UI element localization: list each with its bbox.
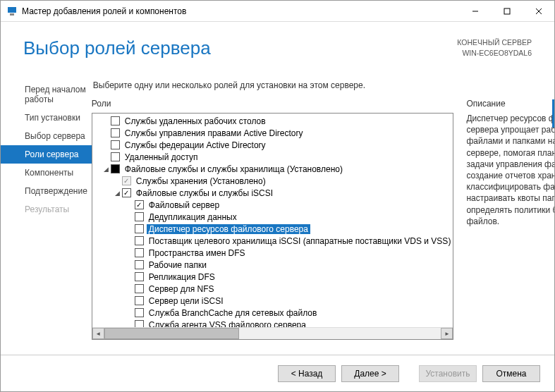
checkbox[interactable] bbox=[135, 260, 144, 269]
tree-node-label: Дедупликация данных bbox=[147, 212, 239, 222]
svg-rect-0 bbox=[8, 7, 16, 13]
tree-node[interactable]: Поставщик целевого хранилища iSCSI (аппа… bbox=[92, 235, 453, 247]
tree-node-label: Файловые службы и службы хранилища (Уста… bbox=[123, 164, 345, 174]
tree-node[interactable]: Дедупликация данных bbox=[92, 211, 453, 223]
nav-step-5[interactable]: Подтверждение bbox=[1, 182, 92, 200]
checkbox[interactable] bbox=[135, 320, 144, 327]
tree-node[interactable]: Файловый сервер bbox=[92, 199, 453, 211]
nav-step-6: Результаты bbox=[1, 200, 92, 219]
dest-name: WIN-EC6EO8YDAL6 bbox=[457, 48, 532, 59]
checkbox[interactable] bbox=[135, 272, 144, 281]
tree-node[interactable]: Репликация DFS bbox=[92, 271, 453, 283]
tree-node-label: Пространства имен DFS bbox=[147, 248, 248, 258]
app-icon bbox=[6, 6, 18, 17]
collapse-icon[interactable]: ◢ bbox=[102, 166, 111, 173]
tree-node[interactable]: ◢Файловые службы и службы iSCSI bbox=[92, 187, 453, 199]
tree-node-label: Рабочие папки bbox=[147, 260, 209, 270]
checkbox[interactable] bbox=[122, 188, 131, 197]
tree-node-label: Поставщик целевого хранилища iSCSI (аппа… bbox=[147, 236, 453, 246]
tree-node-label: Файловый сервер bbox=[147, 200, 221, 210]
checkbox[interactable] bbox=[135, 296, 144, 305]
tree-node-label: Службы федерации Active Directory bbox=[123, 140, 268, 150]
right-accent-bar bbox=[552, 99, 554, 128]
page-title: Выбор ролей сервера bbox=[23, 37, 211, 59]
roles-tree[interactable]: Службы удаленных рабочих столовСлужбы уп… bbox=[92, 114, 453, 327]
back-button[interactable]: < Назад bbox=[278, 365, 336, 382]
wizard-body: Перед началом работыТип установкиВыбор с… bbox=[1, 72, 554, 340]
scroll-thumb[interactable] bbox=[104, 328, 239, 339]
roles-title: Роли bbox=[92, 99, 454, 113]
description-title: Описание bbox=[466, 99, 555, 113]
tree-node[interactable]: Служба агента VSS файлового сервера bbox=[92, 319, 453, 327]
cancel-button[interactable]: Отмена bbox=[482, 365, 540, 382]
maximize-button[interactable] bbox=[491, 1, 523, 22]
tree-node-label: Диспетчер ресурсов файлового сервера bbox=[147, 224, 310, 234]
checkbox[interactable] bbox=[111, 164, 120, 173]
checkbox[interactable] bbox=[135, 236, 144, 245]
window-title: Мастер добавления ролей и компонентов bbox=[22, 6, 186, 16]
nav-step-4[interactable]: Компоненты bbox=[1, 164, 92, 182]
main-pane: Выберите одну или несколько ролей для ус… bbox=[92, 72, 555, 340]
nav-step-3[interactable]: Роли сервера bbox=[1, 145, 92, 164]
tree-node-label: Службы хранения (Установлено) bbox=[134, 176, 268, 186]
dest-label: КОНЕЧНЫЙ СЕРВЕР bbox=[457, 37, 532, 48]
collapse-icon[interactable]: ◢ bbox=[114, 190, 122, 197]
checkbox[interactable] bbox=[111, 128, 120, 137]
checkbox[interactable] bbox=[111, 116, 120, 125]
window-controls bbox=[459, 1, 554, 22]
tree-node-label: Службы удаленных рабочих столов bbox=[123, 116, 268, 126]
destination-server: КОНЕЧНЫЙ СЕРВЕР WIN-EC6EO8YDAL6 bbox=[457, 37, 532, 58]
description-text: Диспетчер ресурсов файлового сервера упр… bbox=[466, 113, 555, 227]
checkbox[interactable] bbox=[135, 248, 144, 257]
wizard-nav: Перед началом работыТип установкиВыбор с… bbox=[1, 72, 92, 340]
checkbox[interactable] bbox=[135, 224, 144, 233]
tree-node-label: Сервер для NFS bbox=[147, 284, 216, 294]
tree-node-label: Файловые службы и службы iSCSI bbox=[134, 188, 275, 198]
svg-rect-3 bbox=[504, 8, 510, 14]
next-button[interactable]: Далее > bbox=[341, 365, 399, 382]
tree-node[interactable]: Службы федерации Active Directory bbox=[92, 139, 453, 151]
checkbox[interactable] bbox=[135, 284, 144, 293]
tree-node-label: Репликация DFS bbox=[147, 272, 217, 282]
scroll-track[interactable] bbox=[104, 328, 441, 339]
tree-node[interactable]: Сервер цели iSCSI bbox=[92, 295, 453, 307]
scroll-left-arrow[interactable]: ◄ bbox=[92, 328, 104, 339]
nav-step-2[interactable]: Выбор сервера bbox=[1, 127, 92, 145]
close-button[interactable] bbox=[523, 1, 554, 22]
tree-node-label: Служба BranchCache для сетевых файлов bbox=[147, 308, 319, 318]
instruction-text: Выберите одну или несколько ролей для ус… bbox=[92, 80, 555, 99]
tree-node[interactable]: Рабочие папки bbox=[92, 259, 453, 271]
titlebar: Мастер добавления ролей и компонентов bbox=[1, 1, 554, 22]
checkbox[interactable] bbox=[111, 152, 120, 161]
wizard-header: Выбор ролей сервера КОНЕЧНЫЙ СЕРВЕР WIN-… bbox=[1, 22, 554, 72]
tree-node-label: Служба агента VSS файлового сервера bbox=[147, 320, 308, 328]
tree-node-label: Службы управления правами Active Directo… bbox=[123, 128, 305, 138]
checkbox[interactable] bbox=[135, 212, 144, 221]
svg-rect-1 bbox=[10, 13, 14, 16]
nav-step-0[interactable]: Перед началом работы bbox=[1, 80, 92, 109]
install-button[interactable]: Установить bbox=[419, 365, 477, 382]
checkbox[interactable] bbox=[135, 200, 144, 209]
tree-node-label: Сервер цели iSCSI bbox=[147, 296, 226, 306]
tree-node-label: Удаленный доступ bbox=[123, 152, 200, 162]
tree-node[interactable]: Службы удаленных рабочих столов bbox=[92, 115, 453, 127]
tree-node[interactable]: Службы управления правами Active Directo… bbox=[92, 127, 453, 139]
tree-node[interactable]: Диспетчер ресурсов файлового сервера bbox=[92, 223, 453, 235]
tree-node[interactable]: Сервер для NFS bbox=[92, 283, 453, 295]
horizontal-scrollbar[interactable]: ◄ ► bbox=[92, 327, 453, 339]
tree-node[interactable]: Служба BranchCache для сетевых файлов bbox=[92, 307, 453, 319]
minimize-button[interactable] bbox=[459, 1, 491, 22]
scroll-right-arrow[interactable]: ► bbox=[441, 328, 453, 339]
wizard-footer: < Назад Далее > Установить Отмена bbox=[1, 355, 554, 391]
tree-node[interactable]: Службы хранения (Установлено) bbox=[92, 175, 453, 187]
roles-tree-container: Службы удаленных рабочих столовСлужбы уп… bbox=[92, 113, 454, 340]
tree-node[interactable]: Удаленный доступ bbox=[92, 151, 453, 163]
description-pane: Описание Диспетчер ресурсов файлового се… bbox=[466, 99, 555, 340]
checkbox bbox=[122, 176, 131, 185]
tree-node[interactable]: ◢Файловые службы и службы хранилища (Уст… bbox=[92, 163, 453, 175]
checkbox[interactable] bbox=[135, 308, 144, 317]
tree-node[interactable]: Пространства имен DFS bbox=[92, 247, 453, 259]
roles-pane: Роли Службы удаленных рабочих столовСлуж… bbox=[92, 99, 454, 340]
checkbox[interactable] bbox=[111, 140, 120, 149]
nav-step-1[interactable]: Тип установки bbox=[1, 109, 92, 127]
